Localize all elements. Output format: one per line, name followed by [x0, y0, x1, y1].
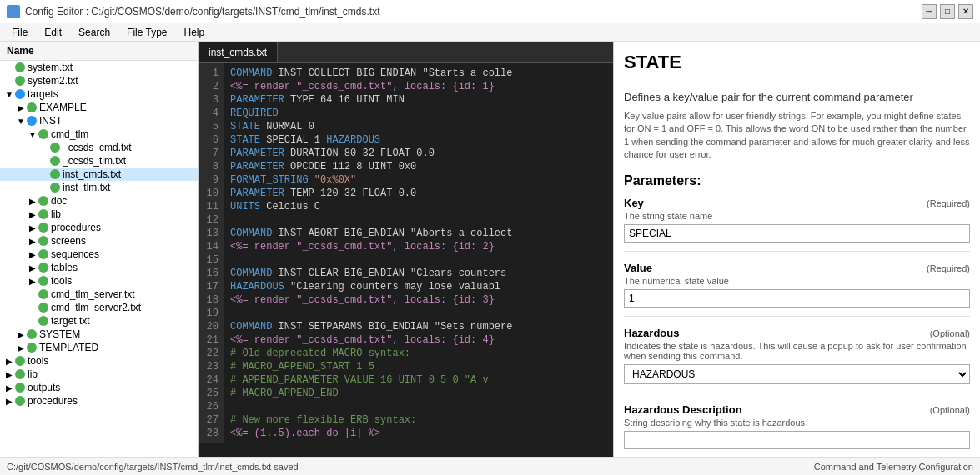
tree-toggle[interactable]: ▶	[27, 237, 38, 246]
tree-label: cmd_tlm_server2.txt	[51, 302, 141, 313]
tree-item-templated[interactable]: ▶ TEMPLATED	[0, 341, 198, 354]
code-line: PARAMETER TEMP 120 32 FLOAT 0.0	[230, 187, 606, 200]
tree-toggle[interactable]: ▶	[27, 223, 38, 232]
tree-item-example[interactable]: ▶ EXAMPLE	[0, 101, 198, 114]
line-numbers: 1234567891011121314151617181920212223242…	[199, 63, 224, 443]
tree-toggle[interactable]: ▶	[27, 250, 38, 259]
tree-item-outputs[interactable]: ▶ outputs	[0, 381, 198, 394]
tree-label: inst_tlm.txt	[63, 182, 110, 193]
status-dot	[38, 249, 48, 259]
line-number: 21	[204, 333, 219, 347]
tree-label: INST	[39, 115, 62, 127]
tree-toggle[interactable]: ▶	[3, 370, 15, 379]
tree-item-tables[interactable]: ▶ tables	[0, 261, 198, 274]
menu-item-edit[interactable]: Edit	[36, 25, 70, 40]
file-tree-panel: Name system.txt system2.txt ▼ targets ▶ …	[0, 42, 199, 457]
param-section-value: Value (Required) The numerical state val…	[624, 262, 970, 317]
line-number: 28	[204, 427, 219, 440]
status-dot	[38, 302, 48, 312]
code-line: COMMAND INST ABORT BIG_ENDIAN "Aborts a …	[230, 227, 606, 240]
tree-toggle[interactable]: ▶	[15, 330, 27, 339]
tree-toggle[interactable]: ▼	[3, 90, 15, 99]
menu-bar: FileEditSearchFile TypeHelp	[0, 23, 980, 42]
tree-item-doc[interactable]: ▶ doc	[0, 194, 198, 208]
tree-label: system.txt	[28, 62, 73, 73]
status-bar: C:/git/COSMOS/demo/config/targets/INST/c…	[0, 457, 980, 475]
code-line: COMMAND INST CLEAR BIG_ENDIAN "Clears co…	[230, 267, 606, 280]
tree-item-tools[interactable]: ▶ tools	[0, 274, 198, 288]
tree-item-lib-root[interactable]: ▶ lib	[0, 368, 198, 381]
tree-item-cmd-tlm-server[interactable]: cmd_tlm_server.txt	[0, 288, 198, 301]
tree-item-cmd-tlm[interactable]: ▼ cmd_tlm	[0, 128, 198, 141]
tree-toggle[interactable]: ▼	[15, 117, 27, 126]
menu-item-file type[interactable]: File Type	[118, 25, 175, 40]
tree-toggle[interactable]: ▶	[27, 277, 38, 286]
tree-item-inst-cmds[interactable]: inst_cmds.txt	[0, 168, 198, 181]
param-hint-hazardous: Indicates the state is hazardous. This w…	[624, 341, 970, 361]
line-number: 14	[204, 240, 219, 253]
minimize-button[interactable]: ─	[922, 4, 937, 19]
tree-item-screens[interactable]: ▶ screens	[0, 234, 198, 248]
tree-item-system-branch[interactable]: ▶ SYSTEM	[0, 328, 198, 341]
tree-item-procedures[interactable]: ▶ procedures	[0, 221, 198, 234]
tree-item-sequences[interactable]: ▶ sequences	[0, 248, 198, 261]
tree-item-ccsds-cmd[interactable]: _ccsds_cmd.txt	[0, 141, 198, 154]
tree-item-targets[interactable]: ▼ targets	[0, 88, 198, 101]
line-number: 13	[204, 227, 219, 240]
maximize-button[interactable]: □	[940, 4, 955, 19]
line-number: 27	[204, 413, 219, 427]
tree-item-inst-tlm[interactable]: inst_tlm.txt	[0, 181, 198, 194]
tree-toggle[interactable]: ▼	[27, 130, 38, 139]
tree-label: tools	[51, 275, 72, 287]
tree-toggle[interactable]: ▶	[3, 383, 15, 392]
close-button[interactable]: ✕	[958, 4, 973, 19]
status-right: Command and Telemetry Configuration	[814, 462, 973, 472]
code-container[interactable]: 1234567891011121314151617181920212223242…	[199, 63, 613, 457]
status-dot	[38, 289, 48, 299]
tree-item-tools-root[interactable]: ▶ tools	[0, 354, 198, 368]
menu-item-search[interactable]: Search	[70, 25, 118, 40]
tree-label: outputs	[28, 382, 60, 393]
code-line: COMMAND INST COLLECT BIG_ENDIAN "Starts …	[230, 67, 606, 80]
param-input-hazardous-description[interactable]	[624, 431, 970, 449]
tab-bar: inst_cmds.txt	[199, 42, 613, 63]
line-number: 5	[204, 120, 219, 133]
tree-toggle[interactable]: ▶	[3, 357, 15, 366]
tree-item-procedures-root[interactable]: ▶ procedures	[0, 394, 198, 408]
tree-toggle[interactable]: ▶	[27, 210, 38, 219]
window-controls: ─ □ ✕	[922, 4, 973, 19]
tree-container[interactable]: system.txt system2.txt ▼ targets ▶ EXAMP…	[0, 61, 198, 457]
menu-item-help[interactable]: Help	[176, 25, 214, 40]
status-dot	[38, 209, 48, 219]
heading-divider	[624, 82, 970, 82]
tree-item-system-txt[interactable]: system.txt	[0, 61, 198, 74]
tree-toggle[interactable]: ▶	[15, 343, 27, 352]
tree-toggle[interactable]: ▶	[27, 197, 38, 206]
code-line: PARAMETER DURATION 80 32 FLOAT 0.0	[230, 147, 606, 160]
param-select-hazardous[interactable]: HAZARDOUS	[624, 364, 970, 384]
code-line: FORMAT_STRING "0x%0X"	[230, 173, 606, 187]
code-line: HAZARDOUS "Clearing counters may lose va…	[230, 280, 606, 293]
tree-item-target-txt[interactable]: target.txt	[0, 314, 198, 328]
main-layout: Name system.txt system2.txt ▼ targets ▶ …	[0, 42, 980, 457]
param-row-key: Key (Required)	[624, 197, 970, 209]
tree-toggle[interactable]: ▶	[15, 103, 27, 112]
status-dot	[50, 142, 60, 152]
tree-item-lib[interactable]: ▶ lib	[0, 208, 198, 221]
param-input-key[interactable]	[624, 224, 970, 242]
tree-item-cmd-tlm-server2[interactable]: cmd_tlm_server2.txt	[0, 301, 198, 314]
tree-item-ccsds-tlm[interactable]: _ccsds_tlm.txt	[0, 154, 198, 168]
line-number: 7	[204, 147, 219, 160]
menu-item-file[interactable]: File	[3, 25, 36, 40]
tree-item-system2-txt[interactable]: system2.txt	[0, 74, 198, 88]
tree-toggle[interactable]: ▶	[27, 263, 38, 272]
param-input-value[interactable]	[624, 289, 970, 308]
app-icon	[7, 5, 20, 18]
tree-toggle[interactable]: ▶	[3, 397, 15, 406]
tree-item-inst[interactable]: ▼ INST	[0, 114, 198, 128]
line-number: 20	[204, 320, 219, 333]
status-dot	[38, 236, 48, 246]
active-tab[interactable]: inst_cmds.txt	[199, 42, 278, 62]
code-content[interactable]: COMMAND INST COLLECT BIG_ENDIAN "Starts …	[224, 63, 613, 443]
tree-label: doc	[51, 195, 67, 207]
